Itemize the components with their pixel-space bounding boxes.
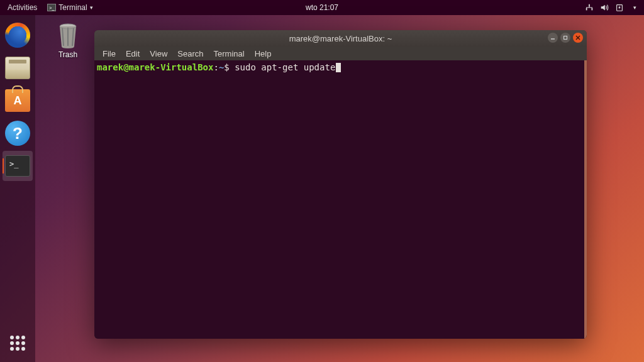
prompt-user-host: marek@marek-VirtualBox [97,62,213,72]
app-menu[interactable]: >_ Terminal ▾ [47,3,92,12]
prompt-symbol: $ [224,62,229,72]
gnome-top-bar: Activities >_ Terminal ▾ wto 21:07 ▾ [0,0,644,15]
window-title: marek@marek-VirtualBox: ~ [289,34,392,43]
trash-icon [55,21,80,49]
dock-files[interactable] [3,53,33,83]
network-icon [585,3,594,12]
menu-terminal[interactable]: Terminal [209,48,249,59]
firefox-icon [5,23,30,48]
apps-grid-icon [10,336,25,351]
system-status-area[interactable]: ▾ [585,3,639,12]
trash-label: Trash [58,50,77,59]
terminal-cursor [336,63,341,72]
menu-edit[interactable]: Edit [121,48,144,59]
dock-firefox[interactable] [3,20,33,50]
terminal-icon [5,155,30,177]
desktop-icons: Trash [45,21,91,59]
window-close-button[interactable] [573,33,583,43]
svg-rect-7 [564,36,567,40]
menu-search[interactable]: Search [173,48,208,59]
show-applications-button[interactable] [3,328,33,358]
trash-desktop-item[interactable]: Trash [45,21,91,59]
dock-terminal[interactable] [3,151,33,181]
menu-help[interactable]: Help [250,48,276,59]
chevron-down-icon: ▾ [630,3,639,12]
window-minimize-button[interactable] [548,33,558,43]
chevron-down-icon: ▾ [90,4,93,11]
terminal-window: marek@marek-VirtualBox: ~ File Edit View… [94,30,587,339]
menu-file[interactable]: File [98,48,120,59]
dock-software[interactable] [3,85,33,116]
svg-rect-1 [586,8,587,11]
terminal-body[interactable]: marek@marek-VirtualBox:~$ sudo apt-get u… [94,60,587,339]
power-icon [615,3,624,12]
terminal-menubar: File Edit View Search Terminal Help [94,47,587,60]
app-menu-label: Terminal [58,3,87,12]
window-maximize-button[interactable] [560,33,570,43]
activities-button[interactable]: Activities [5,2,40,13]
files-icon [5,57,30,79]
typed-command: sudo apt-get update [235,62,335,72]
dock-help[interactable]: ? [3,118,33,148]
svg-rect-2 [592,8,593,11]
volume-icon [600,3,609,12]
clock[interactable]: wto 21:07 [306,3,338,12]
help-icon: ? [5,121,30,146]
terminal-mini-icon: >_ [47,4,56,11]
ubuntu-dock: ? [0,15,35,362]
window-titlebar[interactable]: marek@marek-VirtualBox: ~ [94,30,587,47]
terminal-line: marek@marek-VirtualBox:~$ sudo apt-get u… [97,62,584,73]
software-center-icon [5,89,30,112]
menu-view[interactable]: View [145,48,172,59]
prompt-separator: : [213,62,218,72]
terminal-scrollbar[interactable] [584,60,587,339]
